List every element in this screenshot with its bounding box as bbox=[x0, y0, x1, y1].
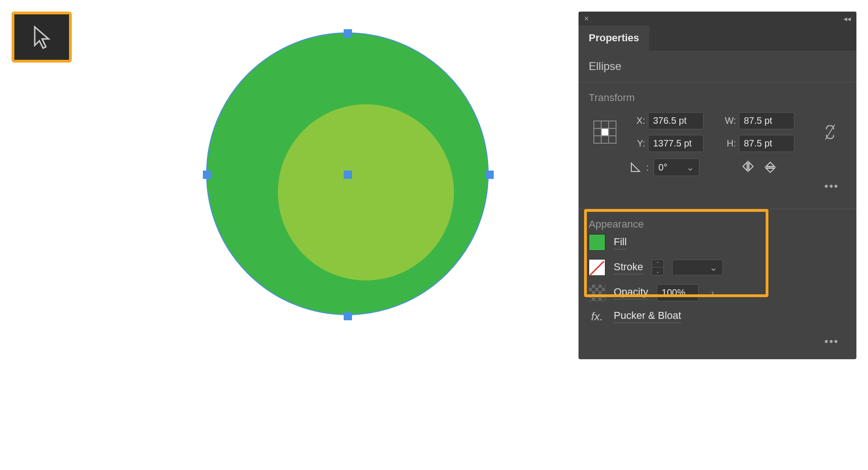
flip-horizontal-icon[interactable] bbox=[741, 160, 755, 172]
w-label: W: bbox=[723, 115, 736, 126]
rotate-icon bbox=[629, 161, 642, 173]
panel-header: × ◂◂ bbox=[579, 12, 856, 25]
selection-handle-bottom[interactable] bbox=[344, 312, 352, 320]
selection-handle-center[interactable] bbox=[344, 171, 352, 179]
stroke-dropdown-icon[interactable]: ⌄ bbox=[705, 259, 722, 276]
height-input[interactable] bbox=[739, 135, 794, 152]
reference-point-selector[interactable] bbox=[593, 121, 616, 144]
stroke-label[interactable]: Stroke bbox=[614, 261, 643, 274]
effect-label[interactable]: Pucker & Bloat bbox=[614, 310, 681, 323]
y-label: Y: bbox=[632, 138, 645, 149]
stroke-step-down-icon[interactable]: ⌄ bbox=[652, 267, 663, 275]
selection-handle-left[interactable] bbox=[203, 171, 211, 179]
fill-label[interactable]: Fill bbox=[614, 236, 627, 249]
ellipse-inner[interactable] bbox=[278, 104, 454, 280]
stroke-stepper[interactable]: ⌃ ⌄ bbox=[652, 260, 664, 275]
selection-handle-right[interactable] bbox=[485, 171, 494, 179]
stroke-width-input[interactable] bbox=[673, 264, 705, 271]
appearance-section: Appearance Fill Stroke ⌃ ⌄ ⌄ bbox=[579, 209, 856, 359]
y-input[interactable] bbox=[648, 135, 704, 152]
stroke-step-up-icon[interactable]: ⌃ bbox=[652, 260, 663, 267]
fill-swatch[interactable] bbox=[589, 234, 605, 251]
appearance-more-icon[interactable]: ••• bbox=[589, 331, 846, 355]
transform-title: Transform bbox=[589, 92, 846, 104]
appearance-title: Appearance bbox=[589, 218, 846, 230]
width-input[interactable] bbox=[739, 112, 794, 129]
close-icon[interactable]: × bbox=[584, 14, 589, 24]
x-label: X: bbox=[632, 115, 645, 126]
rotate-dropdown-icon[interactable]: ⌄ bbox=[682, 159, 699, 176]
canvas[interactable] bbox=[157, 14, 537, 403]
opacity-label[interactable]: Opacity bbox=[614, 286, 648, 299]
transform-more-icon[interactable]: ••• bbox=[589, 176, 846, 199]
selection-tool-icon[interactable] bbox=[30, 23, 53, 51]
x-input[interactable] bbox=[648, 112, 704, 129]
stroke-swatch[interactable] bbox=[589, 259, 605, 276]
tab-properties[interactable]: Properties bbox=[579, 25, 649, 51]
opacity-input[interactable] bbox=[657, 284, 698, 301]
rotate-colon: : bbox=[646, 162, 649, 173]
selection-handle-top[interactable] bbox=[344, 29, 352, 38]
properties-panel: × ◂◂ Properties Ellipse Transform X: W: bbox=[579, 12, 856, 359]
collapse-icon[interactable]: ◂◂ bbox=[843, 14, 851, 23]
fx-icon[interactable]: fx. bbox=[589, 310, 605, 323]
shape-type-label: Ellipse bbox=[589, 60, 846, 73]
panel-tabs: Properties bbox=[579, 25, 856, 51]
rotate-input[interactable] bbox=[654, 159, 682, 176]
link-dimensions-icon[interactable] bbox=[814, 123, 846, 141]
transform-section: Transform X: W: Y: bbox=[579, 83, 856, 209]
h-label: H: bbox=[723, 138, 736, 149]
opacity-swatch[interactable] bbox=[589, 285, 605, 301]
selection-tool-highlight bbox=[12, 12, 72, 63]
opacity-expand-icon[interactable]: › bbox=[707, 286, 719, 299]
flip-vertical-icon[interactable] bbox=[764, 160, 776, 174]
shape-type-section: Ellipse bbox=[579, 51, 856, 83]
